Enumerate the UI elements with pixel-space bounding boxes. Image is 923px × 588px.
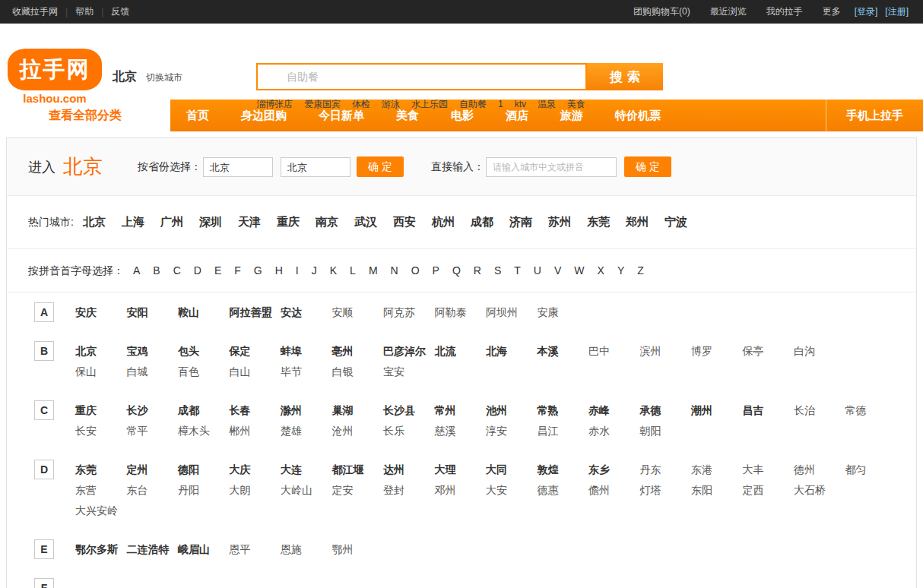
city-link[interactable]: 邓州 — [435, 482, 487, 498]
city-link[interactable]: 长治 — [794, 403, 845, 418]
city-link[interactable]: 德阳 — [178, 462, 230, 477]
hot-city-link[interactable]: 重庆 — [277, 215, 300, 228]
pinyin-letter[interactable]: Q — [452, 264, 461, 277]
pinyin-letter[interactable]: E — [214, 264, 221, 277]
city-link[interactable]: 长春 — [230, 403, 281, 418]
city-link[interactable]: 鄂州 — [332, 542, 384, 557]
topbar-link[interactable]: 团购购物车(0) — [623, 5, 700, 18]
hot-keyword-link[interactable]: ktv — [515, 99, 526, 109]
city-link[interactable]: 宝安 — [383, 364, 435, 379]
city-link[interactable]: 昌吉 — [743, 403, 795, 418]
city-link[interactable]: 巢湖 — [332, 403, 384, 418]
city-link[interactable]: 敦煌 — [538, 462, 589, 477]
city-link[interactable]: 大兴安岭 — [75, 503, 127, 518]
hot-city-link[interactable]: 西安 — [393, 215, 416, 228]
city-link[interactable]: 安康 — [538, 305, 589, 320]
pinyin-letter[interactable]: J — [312, 264, 317, 277]
city-link[interactable]: 东阳 — [691, 482, 743, 498]
pinyin-letter[interactable]: S — [494, 264, 501, 277]
city-link[interactable]: 恩施 — [281, 542, 332, 557]
pinyin-letter[interactable]: Y — [617, 264, 624, 277]
city-link[interactable]: 保定 — [230, 343, 281, 359]
city-link[interactable]: 恩平 — [230, 542, 281, 557]
city-link[interactable]: 毕节 — [281, 364, 332, 379]
city-link[interactable]: 大丰 — [743, 462, 795, 477]
pinyin-letter[interactable]: Z — [637, 264, 644, 277]
hot-city-link[interactable]: 杭州 — [432, 215, 455, 228]
topbar-link[interactable]: 我的拉手 — [756, 5, 813, 18]
switch-city-link[interactable]: 切换城市 — [146, 71, 182, 84]
pinyin-letter[interactable]: O — [411, 264, 420, 277]
city-link[interactable]: 儋州 — [588, 482, 640, 498]
confirm-province-button[interactable]: 确 定 — [357, 156, 404, 177]
pinyin-letter[interactable]: V — [554, 264, 561, 277]
hot-keyword-link[interactable]: 美食 — [567, 99, 585, 109]
mobile-app-link[interactable]: 手机上拉手 — [826, 100, 923, 131]
hot-city-link[interactable]: 郑州 — [626, 215, 649, 228]
hot-city-link[interactable]: 北京 — [83, 215, 106, 228]
topbar-link[interactable]: 收藏拉手网 — [11, 5, 65, 18]
lashou-logo[interactable]: 拉手网 lashou.com — [8, 49, 102, 105]
city-link[interactable]: 东乡 — [588, 462, 640, 477]
search-input[interactable] — [256, 63, 587, 90]
city-link[interactable]: 博罗 — [691, 343, 743, 359]
city-link[interactable]: 常州 — [435, 403, 487, 418]
city-link[interactable]: 鄂尔多斯 — [75, 542, 127, 557]
city-link[interactable]: 保山 — [75, 364, 127, 379]
hot-city-link[interactable]: 宁波 — [664, 215, 687, 228]
hot-keyword-link[interactable]: 游泳 — [382, 99, 400, 109]
city-link[interactable]: 登封 — [383, 482, 435, 498]
city-link[interactable]: 巴彦淖尔 — [383, 343, 435, 359]
hot-city-link[interactable]: 深圳 — [199, 215, 222, 228]
city-link[interactable]: 长安 — [75, 423, 127, 438]
pinyin-letter[interactable]: G — [254, 264, 262, 277]
city-link[interactable]: 白城 — [127, 364, 179, 379]
hot-city-link[interactable]: 武汉 — [354, 215, 377, 228]
city-link[interactable]: 常熟 — [538, 403, 589, 418]
hot-keyword-link[interactable]: 爱康国宾 — [304, 99, 341, 109]
city-link[interactable]: 承德 — [640, 403, 692, 418]
city-link[interactable]: 长乐 — [383, 423, 435, 438]
city-link[interactable]: 潮州 — [691, 403, 743, 418]
hot-city-link[interactable]: 东莞 — [587, 215, 610, 228]
pinyin-letter[interactable]: R — [474, 264, 481, 277]
pinyin-letter[interactable]: C — [173, 264, 181, 277]
hot-city-link[interactable]: 天津 — [238, 215, 261, 228]
city-link[interactable]: 白沟 — [794, 343, 845, 359]
city-link[interactable]: 滁州 — [281, 403, 332, 418]
city-link[interactable]: 长沙县 — [383, 403, 435, 418]
topbar-link[interactable]: 更多 — [813, 5, 851, 18]
topbar-link[interactable]: [登录] — [851, 5, 882, 18]
city-link[interactable]: 慈溪 — [435, 423, 487, 438]
city-link[interactable]: 白银 — [332, 364, 384, 379]
pinyin-letter[interactable]: M — [369, 264, 378, 277]
hot-city-link[interactable]: 上海 — [122, 215, 144, 228]
city-link[interactable]: 赤峰 — [588, 403, 640, 418]
pinyin-letter[interactable]: I — [296, 264, 299, 277]
city-link[interactable]: 沧州 — [332, 423, 384, 438]
city-link[interactable]: 亳州 — [332, 343, 384, 359]
nav-item[interactable]: 首页 — [170, 100, 225, 131]
city-link[interactable]: 定州 — [127, 462, 179, 477]
province-select[interactable]: 北京 — [203, 157, 273, 177]
pinyin-letter[interactable]: D — [194, 264, 201, 277]
city-link[interactable]: 大理 — [435, 462, 487, 477]
city-link[interactable]: 大岭山 — [281, 482, 332, 498]
hot-keyword-link[interactable]: 自助餐 — [459, 99, 487, 109]
city-link[interactable]: 东营 — [75, 482, 127, 498]
city-link[interactable]: 楚雄 — [281, 423, 332, 438]
pinyin-letter[interactable]: T — [514, 264, 521, 277]
city-link[interactable]: 池州 — [486, 403, 538, 418]
city-link[interactable]: 定安 — [332, 482, 384, 498]
hot-city-link[interactable]: 广州 — [160, 215, 183, 228]
pinyin-letter[interactable]: K — [330, 264, 337, 277]
pinyin-letter[interactable]: L — [350, 264, 356, 277]
city-link[interactable]: 白山 — [230, 364, 281, 379]
city-link[interactable]: 本溪 — [538, 343, 589, 359]
city-link[interactable]: 大朗 — [230, 482, 281, 498]
hot-city-link[interactable]: 南京 — [316, 215, 338, 228]
city-link[interactable]: 安达 — [281, 305, 332, 320]
city-link[interactable]: 东台 — [127, 482, 179, 498]
city-link[interactable]: 峨眉山 — [178, 542, 230, 557]
city-link[interactable]: 樟木头 — [178, 423, 230, 438]
